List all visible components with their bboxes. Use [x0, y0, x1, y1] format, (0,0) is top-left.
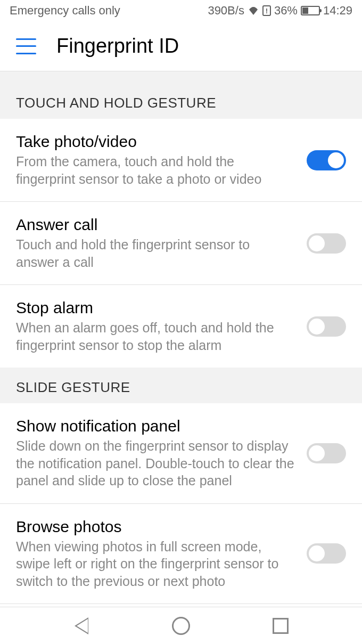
- toggle-answer-call[interactable]: [307, 233, 346, 254]
- setting-desc: Slide down on the fingerprint sensor to …: [16, 437, 296, 490]
- app-header: Fingerprint ID: [0, 21, 362, 71]
- toggle-stop-alarm[interactable]: [307, 316, 346, 337]
- recent-icon: [273, 618, 289, 634]
- setting-desc: When viewing photos in full screen mode,…: [16, 538, 296, 590]
- setting-answer-call[interactable]: Answer call Touch and hold the fingerpri…: [0, 202, 362, 285]
- toggle-notification-panel[interactable]: [307, 443, 346, 463]
- page-title: Fingerprint ID: [56, 35, 179, 58]
- setting-browse-photos[interactable]: Browse photos When viewing photos in ful…: [0, 504, 362, 604]
- home-icon: [172, 617, 190, 635]
- setting-title: Browse photos: [16, 518, 296, 536]
- setting-title: Take photo/video: [16, 133, 296, 151]
- setting-title: Stop alarm: [16, 299, 296, 317]
- section-gap: [0, 71, 362, 83]
- setting-title: Show notification panel: [16, 417, 296, 435]
- battery-percent: 36%: [274, 4, 298, 18]
- sim-warning-icon: !: [262, 5, 271, 16]
- toggle-browse-photos[interactable]: [307, 543, 346, 564]
- svg-text:!: !: [266, 7, 268, 15]
- status-right: 390B/s ! 36% 14:29: [208, 4, 352, 18]
- data-rate: 390B/s: [208, 4, 244, 18]
- battery-icon: [301, 6, 320, 15]
- clock-time: 14:29: [323, 4, 352, 18]
- wifi-icon: [248, 6, 259, 15]
- nav-bar: [0, 607, 362, 644]
- section-header-touch-hold: TOUCH AND HOLD GESTURE: [0, 83, 362, 119]
- setting-desc: From the camera, touch and hold the fing…: [16, 153, 296, 188]
- setting-stop-alarm[interactable]: Stop alarm When an alarm goes off, touch…: [0, 285, 362, 368]
- setting-desc: Touch and hold the fingerprint sensor to…: [16, 236, 296, 271]
- network-status-text: Emergency calls only: [10, 4, 120, 18]
- recent-button[interactable]: [270, 616, 291, 636]
- setting-title: Answer call: [16, 216, 296, 234]
- settings-scroll[interactable]: TOUCH AND HOLD GESTURE Take photo/video …: [0, 71, 362, 607]
- setting-desc: When an alarm goes off, touch and hold t…: [16, 319, 296, 354]
- setting-notification-panel[interactable]: Show notification panel Slide down on th…: [0, 403, 362, 504]
- toggle-take-photo[interactable]: [307, 150, 346, 170]
- setting-take-photo[interactable]: Take photo/video From the camera, touch …: [0, 119, 362, 202]
- home-button[interactable]: [171, 616, 191, 636]
- back-icon: [75, 617, 88, 634]
- section-header-slide: SLIDE GESTURE: [0, 368, 362, 403]
- status-bar: Emergency calls only 390B/s ! 36% 14:29: [0, 0, 362, 21]
- menu-icon[interactable]: [16, 38, 36, 54]
- section-touch-hold: Take photo/video From the camera, touch …: [0, 119, 362, 368]
- section-slide: Show notification panel Slide down on th…: [0, 403, 362, 604]
- back-button[interactable]: [71, 616, 92, 636]
